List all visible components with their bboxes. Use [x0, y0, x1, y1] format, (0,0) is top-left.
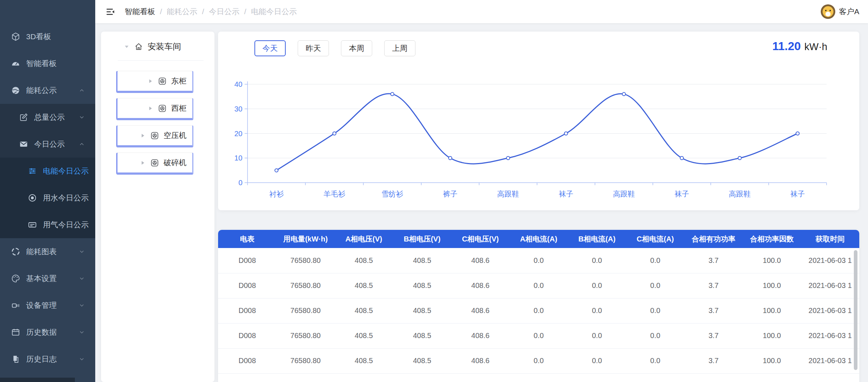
breadcrumb-item[interactable]: 智能看板	[125, 7, 155, 17]
sidebar-item-energy-publicity[interactable]: 能耗公示	[0, 77, 95, 104]
sidebar-item-label: 历史数据	[26, 327, 57, 337]
table-cell: 3.7	[684, 348, 743, 373]
table-cell: 408.5	[335, 273, 393, 298]
table-cell: 2021-06-03 1	[801, 248, 859, 273]
user-menu[interactable]: 客户A	[821, 0, 859, 23]
column-header: 合相有功功率	[684, 230, 743, 248]
table-cell: 0.0	[510, 248, 568, 273]
breadcrumb-separator: /	[202, 7, 204, 16]
caret-right-icon[interactable]	[140, 133, 146, 139]
chevron-down-icon	[79, 275, 85, 282]
table-cell: 0.0	[568, 298, 626, 323]
table-cell: 0.0	[626, 298, 684, 323]
range-button-today[interactable]: 今天	[254, 40, 286, 56]
sidebar-item-energy-charts[interactable]: 能耗图表	[0, 238, 95, 265]
svg-text:高跟鞋: 高跟鞋	[613, 190, 635, 198]
svg-text:裤子: 裤子	[443, 190, 458, 198]
svg-text:10: 10	[234, 154, 242, 162]
tree-root-label: 安装车间	[148, 41, 181, 52]
table-cell: D008	[218, 273, 276, 298]
table-cell: 100.0	[743, 348, 801, 373]
table-cell: 2021-06-03 1	[801, 323, 859, 348]
sidebar-item-total-publicity[interactable]: 总量公示	[0, 104, 95, 131]
caret-down-icon[interactable]	[124, 44, 130, 50]
table-cell: 3.7	[684, 323, 743, 348]
table-cell: D008	[218, 348, 276, 373]
table-cell: D008	[218, 248, 276, 273]
table-cell: 408.5	[393, 348, 451, 373]
tree-node-label: 空压机	[164, 130, 186, 141]
sidebar-item-electric-today[interactable]: 电能今日公示	[0, 158, 95, 184]
range-button-this-week[interactable]: 本周	[341, 40, 372, 56]
column-header: 合相功率因数	[743, 230, 801, 248]
table-cell: 0.0	[568, 248, 626, 273]
svg-text:雪纺衫: 雪纺衫	[381, 190, 403, 198]
table-cell: 408.5	[393, 323, 451, 348]
breadcrumb-separator: /	[160, 7, 162, 16]
sidebar-item-smart-board[interactable]: 智能看板	[0, 50, 95, 77]
sidebar-item-history-data[interactable]: 历史数据	[0, 319, 95, 346]
column-header: A相电流(A)	[510, 230, 568, 248]
svg-text:袜子: 袜子	[790, 190, 805, 198]
calendar-icon	[11, 328, 20, 337]
svg-text:20: 20	[234, 130, 242, 138]
svg-text:0: 0	[238, 179, 242, 187]
table-cell: D008	[218, 323, 276, 348]
device-icon	[11, 301, 20, 310]
meter-table: 电表用电量(kW·h)A相电压(V)B相电压(V)C相电压(V)A相电流(A)B…	[218, 230, 859, 374]
sidebar-item-today-publicity[interactable]: 今日公示	[0, 131, 95, 158]
table-cell: 408.6	[451, 298, 509, 323]
tree-root-node[interactable]: 安装车间	[101, 32, 214, 60]
chart-card: 今天昨天本周上周 11.20 kW·h 010203040衬衫羊毛衫雪纺衫裤子高…	[218, 32, 859, 210]
breadcrumb-item[interactable]: 今日公示	[209, 7, 240, 17]
sidebar-item-device-management[interactable]: 设备管理	[0, 292, 95, 319]
svg-text:衬衫: 衬衫	[269, 190, 284, 198]
range-button-yesterday[interactable]: 昨天	[298, 40, 329, 56]
sidebar-item-history-logs[interactable]: 历史日志	[0, 346, 95, 373]
svg-text:高跟鞋: 高跟鞋	[729, 190, 751, 198]
caret-right-icon[interactable]	[147, 105, 153, 111]
sidebar-item-water-today[interactable]: 用水今日公示	[0, 184, 95, 211]
machine-icon	[150, 131, 159, 140]
docs-icon	[11, 354, 20, 364]
table-row: D00876580.80408.5408.5408.60.00.00.03.71…	[218, 298, 859, 323]
svg-text:30: 30	[234, 105, 242, 113]
total-energy-value: 11.20	[772, 40, 801, 53]
svg-text:袜子: 袜子	[559, 190, 573, 198]
caret-right-icon[interactable]	[140, 160, 146, 166]
device-tree-panel: 安装车间 东柜西柜空压机破碎机	[101, 32, 214, 382]
table-cell: 0.0	[510, 298, 568, 323]
table-scrollbar[interactable]	[854, 250, 857, 370]
table-cell: 0.0	[626, 323, 684, 348]
tree-node-crusher[interactable]: 破碎机	[116, 153, 193, 175]
table-row: D00876580.80408.5408.5408.60.00.00.03.71…	[218, 248, 859, 273]
breadcrumb-item[interactable]: 能耗公示	[167, 7, 197, 17]
svg-text:羊毛衫: 羊毛衫	[324, 190, 345, 198]
sidebar-item-3d-board[interactable]: 3D看板	[0, 23, 95, 50]
sidebar-collapse-icon[interactable]	[105, 7, 115, 17]
table-cell: 0.0	[568, 323, 626, 348]
table-body: D00876580.80408.5408.5408.60.00.00.03.71…	[218, 248, 859, 373]
table-cell: 408.5	[335, 298, 393, 323]
range-button-last-week[interactable]: 上周	[384, 40, 415, 56]
caret-right-icon[interactable]	[147, 78, 153, 84]
sidebar-item-label: 总量公示	[34, 112, 65, 122]
table-cell: 2021-06-03 1	[801, 348, 859, 373]
tree-node-air-compressor[interactable]: 空压机	[116, 125, 193, 147]
tree-node-label: 破碎机	[164, 158, 186, 168]
table-cell: 100.0	[743, 273, 801, 298]
tree-node-list: 东柜西柜空压机破碎机	[101, 71, 214, 175]
card-icon	[28, 220, 37, 229]
sidebar-item-label: 3D看板	[26, 32, 51, 42]
tree-node-east-cabinet[interactable]: 东柜	[116, 71, 193, 93]
tree-node-west-cabinet[interactable]: 西柜	[116, 98, 193, 120]
table-cell: 408.6	[451, 348, 509, 373]
column-header: A相电压(V)	[335, 230, 393, 248]
sidebar-item-basic-settings[interactable]: 基本设置	[0, 265, 95, 292]
sliders-icon	[28, 166, 37, 176]
table-cell: 3.7	[684, 298, 743, 323]
avatar-muzzle	[825, 12, 831, 16]
sidebar-footer	[0, 378, 75, 382]
sidebar-item-gas-today[interactable]: 用气今日公示	[0, 211, 95, 238]
topbar: 智能看板/能耗公示/今日公示/电能今日公示 客户A	[95, 0, 868, 23]
